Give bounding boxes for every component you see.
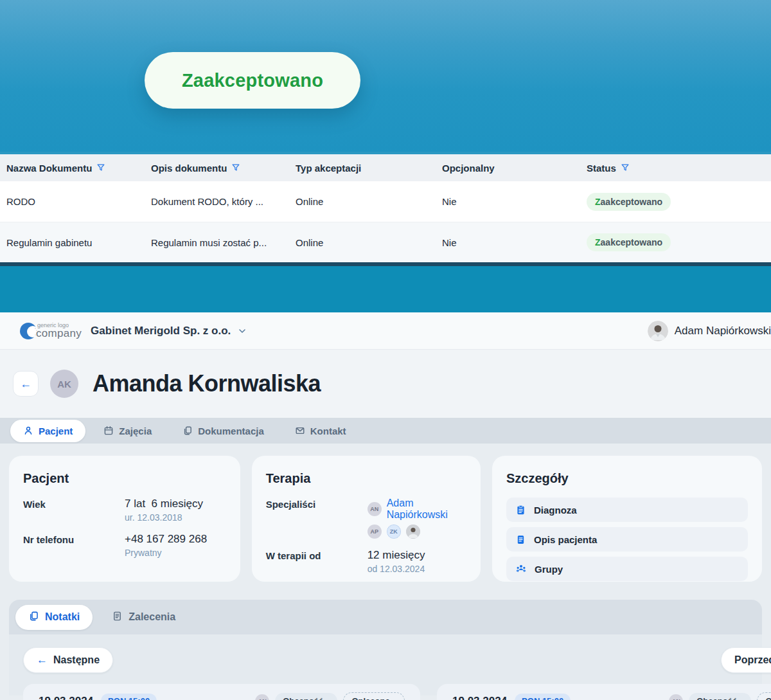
doc-name-cell: Regulamin gabinetu bbox=[6, 237, 151, 248]
therapy-info-card: Terapia Specjaliści AN Adam Napiórkowski… bbox=[252, 456, 481, 582]
phone-type-value: Prywatny bbox=[125, 548, 207, 558]
hero-banner: Zaakceptowano bbox=[0, 0, 771, 152]
attendance-pill[interactable]: Obecność › bbox=[689, 693, 751, 700]
documents-icon bbox=[182, 426, 193, 436]
birthdate-value: ur. 12.03.2018 bbox=[125, 512, 203, 523]
column-header-status[interactable]: Status bbox=[587, 163, 771, 174]
session-card[interactable]: 19.03.2024 PON 15:00 AN Obecność › Opłac… bbox=[23, 684, 420, 700]
main-tabs: Pacjent Zajęcia Dokumentacja Kontakt bbox=[0, 418, 771, 444]
patient-title-bar: ← AK Amanda Kornwaliska bbox=[0, 350, 771, 418]
person-icon bbox=[23, 426, 33, 436]
clinic-name[interactable]: Gabinet Merigold Sp. z o.o. bbox=[91, 325, 231, 337]
column-header-optional[interactable]: Opcjonalny bbox=[442, 163, 587, 174]
session-date: 19.03.2024 bbox=[452, 695, 507, 700]
doc-optional-cell: Nie bbox=[442, 196, 587, 207]
phone-value: +48 167 289 268 bbox=[125, 533, 207, 546]
age-value: 7 lat 6 miesięcy bbox=[125, 498, 203, 510]
accepted-status-label: Zaakceptowano bbox=[182, 70, 323, 91]
chevron-right-icon: › bbox=[394, 696, 396, 700]
previous-button[interactable]: Poprzednie → bbox=[721, 647, 771, 673]
company-logo[interactable]: generic logo company bbox=[19, 321, 82, 341]
tab-notatki[interactable]: Notatki bbox=[15, 605, 93, 630]
chevron-right-icon: › bbox=[327, 696, 330, 700]
column-header-name[interactable]: Nazwa Dokumentu bbox=[6, 163, 151, 174]
chevron-right-icon: › bbox=[741, 696, 743, 700]
calendar-icon bbox=[103, 426, 114, 436]
back-button[interactable]: ← bbox=[13, 371, 39, 397]
accepted-status-pill: Zaakceptowano bbox=[145, 52, 360, 109]
user-menu[interactable]: Adam Napiórkowski bbox=[648, 321, 771, 341]
session-card[interactable]: 19.03.2024 PON 15:00 AN Obecność › Opłac… bbox=[437, 684, 771, 700]
column-header-acceptance-type[interactable]: Typ akceptacji bbox=[296, 163, 442, 174]
doc-acceptance-cell: Online bbox=[296, 237, 442, 248]
user-name: Adam Napiórkowski bbox=[675, 325, 771, 337]
notes-tabs: Notatki Zalecenia bbox=[9, 600, 762, 634]
details-card: Szczegóły Diagnoza Opis pacjenta Grupy bbox=[492, 456, 762, 582]
list-icon bbox=[112, 611, 123, 624]
card-title: Pacjent bbox=[23, 471, 226, 486]
therapy-start-date: od 12.03.2024 bbox=[368, 564, 425, 574]
page-title: Amanda Kornwaliska bbox=[93, 370, 321, 397]
specialist-avatar-photo bbox=[406, 525, 420, 539]
chevron-down-icon[interactable] bbox=[237, 326, 247, 336]
filter-icon[interactable] bbox=[621, 163, 630, 172]
details-item-grupy[interactable]: Grupy bbox=[506, 557, 748, 581]
specialist-avatar: AN bbox=[255, 694, 269, 700]
details-item-diagnoza[interactable]: Diagnoza bbox=[506, 498, 748, 522]
documents-table-header: Nazwa Dokumentu Opis dokumentu Typ akcep… bbox=[0, 152, 771, 181]
notes-icon bbox=[28, 611, 39, 624]
session-date: 19.03.2024 bbox=[39, 695, 93, 700]
documents-table: Nazwa Dokumentu Opis dokumentu Typ akcep… bbox=[0, 152, 771, 262]
payment-pill[interactable]: Opłacone › bbox=[757, 692, 771, 700]
specialist-avatar: ZK bbox=[387, 525, 401, 539]
therapy-since-label: W terapii od bbox=[266, 549, 368, 574]
session-time-badge: PON 15:00 bbox=[515, 694, 571, 700]
card-title: Terapia bbox=[266, 471, 466, 486]
tab-dokumentacja[interactable]: Dokumentacja bbox=[170, 420, 277, 442]
details-item-opis-pacjenta[interactable]: Opis pacjenta bbox=[506, 527, 748, 552]
status-badge: Zaakceptowano bbox=[587, 193, 671, 211]
main-content: Pacjent Wiek 7 lat 6 miesięcy ur. 12.03.… bbox=[0, 444, 771, 696]
filter-icon[interactable] bbox=[96, 163, 105, 172]
filter-icon[interactable] bbox=[231, 163, 240, 172]
table-row[interactable]: RODO Dokument RODO, który ... Online Nie… bbox=[0, 181, 771, 222]
phone-label: Nr telefonu bbox=[23, 533, 125, 558]
table-row[interactable]: Regulamin gabinetu Regulamin musi zostać… bbox=[0, 222, 771, 262]
doc-acceptance-cell: Online bbox=[296, 196, 442, 207]
card-title: Szczegóły bbox=[506, 471, 748, 486]
doc-description-cell: Regulamin musi zostać p... bbox=[151, 237, 296, 248]
therapy-duration-value: 12 miesięcy bbox=[368, 549, 425, 562]
tab-zalecenia[interactable]: Zalecenia bbox=[99, 605, 188, 630]
user-avatar-photo bbox=[648, 321, 668, 341]
payment-pill[interactable]: Opłacone › bbox=[343, 692, 405, 700]
column-header-description[interactable]: Opis dokumentu bbox=[151, 163, 296, 174]
app-header: generic logo company Gabinet Merigold Sp… bbox=[0, 312, 771, 350]
specialist-avatar: AP bbox=[368, 525, 382, 539]
clipboard-icon bbox=[515, 505, 526, 516]
divider-band bbox=[0, 262, 771, 312]
patient-info-card: Pacjent Wiek 7 lat 6 miesięcy ur. 12.03.… bbox=[9, 456, 240, 582]
tab-pacjent[interactable]: Pacjent bbox=[10, 420, 85, 442]
patient-initials: AK bbox=[57, 379, 71, 390]
tab-zajecia[interactable]: Zajęcia bbox=[91, 420, 164, 442]
doc-optional-cell: Nie bbox=[442, 237, 587, 248]
age-label: Wiek bbox=[23, 498, 125, 523]
status-badge: Zaakceptowano bbox=[587, 233, 671, 251]
people-group-icon bbox=[515, 563, 527, 575]
specialist-avatar: AN bbox=[669, 694, 683, 700]
specialists-label: Specjaliści bbox=[266, 498, 368, 539]
tab-kontakt[interactable]: Kontakt bbox=[282, 420, 359, 442]
mail-icon bbox=[295, 426, 305, 436]
document-lines-icon bbox=[515, 534, 526, 545]
next-button[interactable]: ← Następne bbox=[23, 647, 113, 673]
arrow-left-icon: ← bbox=[20, 377, 31, 391]
logo-text-bottom: company bbox=[36, 328, 82, 339]
doc-name-cell: RODO bbox=[6, 196, 151, 207]
notes-panel: ← Następne Poprzednie → 19.03.2024 PON 1… bbox=[9, 634, 762, 696]
patient-avatar: AK bbox=[50, 370, 78, 398]
arrow-left-icon: ← bbox=[37, 654, 48, 667]
session-time-badge: PON 15:00 bbox=[101, 694, 157, 700]
attendance-pill[interactable]: Obecność › bbox=[275, 693, 337, 700]
specialist-link[interactable]: Adam Napiórkowski bbox=[387, 498, 466, 521]
specialist-avatar: AN bbox=[368, 502, 382, 516]
